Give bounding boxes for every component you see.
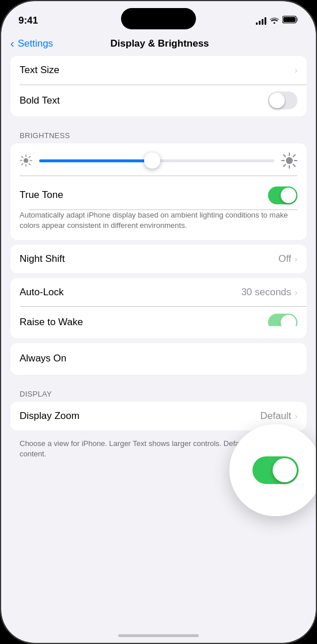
night-shift-right: Off ›	[278, 253, 297, 265]
bold-text-row[interactable]: Bold Text	[10, 85, 307, 116]
night-shift-row[interactable]: Night Shift Off ›	[10, 245, 307, 273]
display-section-label: DISPLAY	[10, 379, 307, 402]
brightness-slider-fill	[39, 159, 152, 162]
true-tone-label: True Tone	[20, 189, 63, 201]
always-on-group: Always On	[10, 343, 307, 375]
brightness-section-group: True Tone Automatically adapt iPhone dis…	[10, 143, 307, 240]
svg-point-12	[286, 157, 293, 164]
svg-point-3	[24, 158, 28, 163]
always-on-tooltip-thumb	[273, 458, 297, 482]
bold-text-toggle-thumb	[269, 93, 285, 108]
signal-bar-2	[259, 21, 261, 25]
text-size-chevron-icon: ›	[295, 66, 297, 75]
svg-line-18	[293, 165, 295, 166]
lock-settings-group: Auto-Lock 30 seconds › Raise to Wake	[10, 278, 307, 338]
svg-line-20	[284, 165, 285, 166]
true-tone-description: Automatically adapt iPhone display based…	[20, 210, 297, 233]
battery-icon	[282, 16, 299, 26]
raise-to-wake-thumb	[281, 315, 296, 330]
signal-bar-4	[265, 17, 266, 25]
always-on-row[interactable]: Always On	[10, 343, 307, 375]
text-settings-group: Text Size › Bold Text	[10, 56, 307, 116]
always-on-tooltip-toggle[interactable]	[252, 456, 299, 484]
page-title: Display & Brightness	[53, 38, 266, 49]
nav-header: ‹ Settings Display & Brightness	[1, 32, 316, 56]
night-shift-group: Night Shift Off ›	[10, 245, 307, 273]
dynamic-island	[121, 8, 196, 29]
svg-rect-1	[297, 18, 299, 21]
svg-line-11	[22, 163, 23, 165]
svg-rect-2	[284, 17, 296, 22]
status-time: 9:41	[18, 15, 38, 26]
raise-to-wake-label: Raise to Wake	[20, 317, 83, 328]
night-shift-chevron-icon: ›	[295, 254, 297, 264]
signal-bars-icon	[256, 17, 266, 25]
display-zoom-label: Display Zoom	[20, 410, 80, 422]
true-tone-row[interactable]: True Tone	[20, 181, 297, 210]
status-icons	[256, 16, 299, 26]
brightness-section-label: BRIGHTNESS	[10, 121, 307, 143]
night-shift-label: Night Shift	[20, 253, 65, 265]
brightness-slider-track[interactable]	[39, 159, 274, 162]
brightness-low-icon	[20, 154, 32, 167]
wifi-icon	[270, 16, 279, 25]
true-tone-toggle-thumb	[281, 188, 296, 203]
brightness-divider	[20, 176, 297, 176]
raise-to-wake-row[interactable]: Raise to Wake	[10, 307, 307, 338]
always-on-toggle-thumb	[281, 351, 296, 367]
true-tone-toggle[interactable]	[268, 186, 297, 204]
always-on-right	[268, 350, 297, 368]
signal-bar-1	[256, 22, 258, 25]
display-zoom-chevron-icon: ›	[295, 411, 297, 421]
text-size-row[interactable]: Text Size ›	[10, 56, 307, 85]
auto-lock-row[interactable]: Auto-Lock 30 seconds ›	[10, 278, 307, 307]
raise-to-wake-toggle[interactable]	[268, 314, 297, 331]
signal-bar-3	[262, 19, 263, 25]
svg-line-17	[284, 155, 285, 157]
content-area: Text Size › Bold Text BRIGHTNESS	[1, 56, 316, 634]
svg-line-19	[293, 155, 295, 157]
svg-line-10	[29, 157, 30, 158]
display-zoom-right: Default ›	[260, 410, 297, 422]
svg-line-9	[29, 163, 30, 165]
always-on-label: Always On	[20, 353, 66, 364]
bold-text-label: Bold Text	[20, 95, 60, 106]
brightness-high-icon	[281, 153, 297, 169]
bold-text-toggle[interactable]	[268, 92, 297, 109]
phone-screen: 9:41	[1, 1, 316, 643]
always-on-tooltip-overlay	[229, 424, 316, 516]
night-shift-value: Off	[278, 253, 291, 265]
display-zoom-value: Default	[260, 410, 291, 422]
auto-lock-right: 30 seconds ›	[241, 287, 297, 298]
brightness-slider-row[interactable]	[20, 150, 297, 171]
auto-lock-value: 30 seconds	[241, 287, 291, 298]
text-size-label: Text Size	[20, 64, 59, 76]
phone-frame: 9:41	[0, 0, 317, 644]
svg-line-8	[22, 157, 23, 158]
back-chevron-icon: ‹	[10, 37, 14, 50]
text-size-right: ›	[295, 66, 297, 75]
auto-lock-chevron-icon: ›	[295, 288, 297, 297]
auto-lock-label: Auto-Lock	[20, 287, 64, 298]
back-button[interactable]: ‹ Settings	[10, 37, 53, 50]
brightness-slider-thumb	[144, 153, 160, 169]
home-indicator	[118, 634, 199, 637]
back-label: Settings	[18, 38, 53, 49]
